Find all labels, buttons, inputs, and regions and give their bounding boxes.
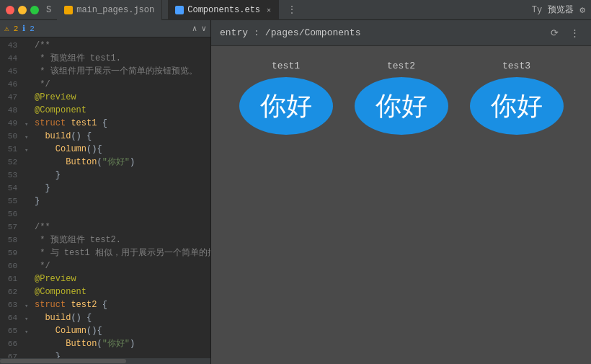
preview-header-actions: ⟳ ⋮ [548, 26, 582, 40]
line-content: struct test2 { [35, 298, 208, 311]
code-line: 67 } [0, 350, 210, 358]
code-line: 57/** [0, 221, 210, 234]
minimize-button[interactable] [18, 6, 27, 14]
code-line: 63▾struct test2 { [0, 298, 210, 311]
editor-panel: ⚠ 2 ℹ 2 ∧ ∨ 43/**44 * 预览组件 test1.45 * 该组… [0, 20, 211, 364]
scroll-up-btn[interactable]: ∧ [192, 24, 197, 33]
preview-button[interactable]: 你好 [355, 77, 448, 135]
preview-component: test1你好 [239, 61, 333, 135]
tab-ets[interactable]: Components.ets ✕ [168, 0, 279, 20]
title-bar: S main_pages.json Components.ets ✕ ⋮ Ty … [0, 0, 591, 20]
close-button[interactable] [6, 6, 14, 14]
line-number: 47 [0, 91, 23, 104]
warning-count: 2 [14, 25, 19, 33]
line-content: /** [35, 39, 208, 52]
preview-panel: entry : /pages/Components ⟳ ⋮ test1你好tes… [211, 20, 591, 364]
line-number: 57 [0, 221, 23, 234]
traffic-lights [6, 6, 39, 14]
line-number: 48 [0, 104, 23, 117]
line-number: 52 [0, 156, 23, 169]
preview-entry-label: entry [220, 27, 248, 38]
tab-ets-label: Components.ets [187, 5, 260, 15]
info-icon: ℹ [22, 24, 25, 33]
editor-scrollbar[interactable] [0, 358, 210, 364]
line-content: */ [35, 259, 208, 272]
line-number: 51 [0, 143, 23, 156]
line-number: 65 [0, 324, 23, 337]
line-content: /** [35, 221, 208, 234]
line-content: build() { [35, 311, 208, 324]
settings-icon[interactable]: ⚙ [579, 4, 585, 16]
code-line: 51▾ Column(){ [0, 143, 210, 156]
code-area[interactable]: 43/**44 * 预览组件 test1.45 * 该组件用于展示一个简单的按钮… [0, 37, 210, 358]
preview-component: test2你好 [355, 61, 448, 135]
code-line: 49▾struct test1 { [0, 117, 210, 130]
line-number: 66 [0, 337, 23, 350]
editor-toolbar: ⚠ 2 ℹ 2 ∧ ∨ [0, 20, 210, 37]
line-number: 61 [0, 272, 23, 285]
code-line: 61@Preview [0, 272, 210, 285]
typo-btn[interactable]: Ty [532, 5, 542, 15]
line-number: 59 [0, 247, 23, 259]
main-content: ⚠ 2 ℹ 2 ∧ ∨ 43/**44 * 预览组件 test1.45 * 该组… [0, 20, 591, 364]
line-content: * 预览组件 test1. [35, 52, 208, 65]
preview-component-label: test2 [387, 61, 415, 71]
code-line: 50▾ build() { [0, 130, 210, 143]
info-count: 2 [30, 25, 35, 33]
code-line: 47@Preview [0, 91, 210, 104]
preview-header: entry : /pages/Components ⟳ ⋮ [211, 20, 591, 46]
line-content: } [35, 195, 208, 208]
code-line: 52 Button("你好") [0, 156, 210, 169]
line-content: @Preview [35, 91, 208, 104]
tab-close-icon[interactable]: ✕ [267, 6, 271, 14]
line-content: Button("你好") [35, 337, 208, 350]
tab-json[interactable]: main_pages.json [57, 0, 162, 20]
code-line: 66 Button("你好") [0, 337, 210, 350]
code-line: 53 } [0, 169, 210, 182]
line-content: Column(){ [35, 143, 208, 156]
preview-component: test3你好 [470, 61, 564, 135]
scroll-down-btn[interactable]: ∨ [201, 24, 206, 33]
code-line: 44 * 预览组件 test1. [0, 52, 210, 65]
line-number: 58 [0, 234, 23, 247]
line-number: 50 [0, 130, 23, 143]
code-line: 58 * 预览组件 test2. [0, 234, 210, 247]
line-content: } [35, 350, 208, 358]
code-line: 60 */ [0, 259, 210, 272]
line-number: 43 [0, 39, 23, 52]
preview-button[interactable]: 你好 [470, 77, 564, 135]
line-content: */ [35, 78, 208, 91]
line-number: 55 [0, 195, 23, 208]
code-line: 56 [0, 208, 210, 221]
line-content: } [35, 182, 208, 195]
tab-more-icon[interactable]: ⋮ [285, 4, 299, 15]
preview-path: /pages/Components [265, 27, 361, 38]
preview-content: test1你好test2你好test3你好 [211, 46, 591, 364]
code-line: 48@Component [0, 104, 210, 117]
preview-component-label: test3 [502, 61, 530, 71]
code-line: 64▾ build() { [0, 311, 210, 324]
line-number: 62 [0, 285, 23, 298]
preview-button[interactable]: 你好 [239, 77, 333, 135]
title-bar-actions: Ty 预览器 ⚙ [532, 4, 585, 16]
line-content: Button("你好") [35, 156, 208, 169]
preview-refresh-btn[interactable]: ⟳ [548, 26, 561, 40]
line-content: build() { [35, 130, 208, 143]
preview-settings-btn[interactable]: ⋮ [567, 26, 582, 40]
s-icon: S [46, 5, 51, 15]
line-number: 45 [0, 65, 23, 78]
preview-components-row: test1你好test2你好test3你好 [239, 61, 564, 135]
line-content: @Component [35, 285, 208, 298]
line-content: Column(){ [35, 324, 208, 337]
code-line: 55} [0, 195, 210, 208]
maximize-button[interactable] [30, 6, 39, 14]
code-line: 43/** [0, 39, 210, 52]
line-number: 53 [0, 169, 23, 182]
line-number: 46 [0, 78, 23, 91]
line-number: 44 [0, 52, 23, 65]
line-content: * 与 test1 相似，用于展示另一个简单的按钮预览。 [35, 247, 210, 259]
editor-scrollbar-thumb [0, 359, 126, 363]
line-content: * 预览组件 test2. [35, 234, 208, 247]
ets-file-icon [175, 6, 184, 14]
line-content: } [35, 169, 208, 182]
